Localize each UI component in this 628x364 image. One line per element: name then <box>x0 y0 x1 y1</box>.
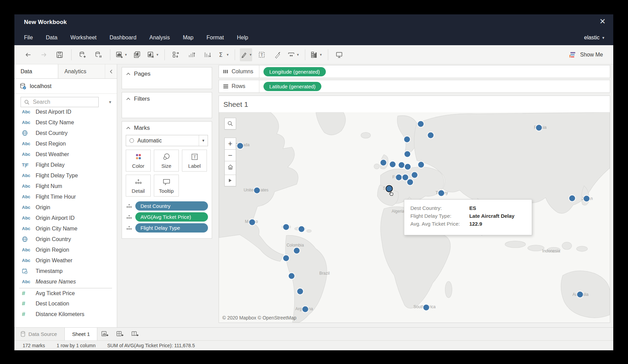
menu-item-file[interactable]: File <box>24 35 33 40</box>
mark-pill[interactable]: Dest Country <box>135 201 208 211</box>
field-item[interactable]: AbcOrigin Airport ID <box>14 213 117 223</box>
map-mark[interactable] <box>297 289 303 294</box>
redo-button[interactable] <box>38 48 50 61</box>
field-item[interactable]: AbcDest Airport ID <box>14 106 117 117</box>
field-item[interactable]: AbcDest Weather <box>14 149 117 160</box>
field-item[interactable]: AbcFlight Time Hour <box>14 191 117 202</box>
show-me-button[interactable]: Show Me <box>569 52 606 58</box>
user-menu[interactable]: elastic ▼ <box>584 35 605 41</box>
new-dashboard-button[interactable] <box>112 328 127 340</box>
presentation-mode-button[interactable] <box>333 48 345 61</box>
tooltip-button[interactable]: Tooltip <box>154 175 179 197</box>
map-mark[interactable] <box>398 162 404 168</box>
field-item[interactable]: AbcOrigin <box>14 202 117 213</box>
field-item[interactable]: #Avg Ticket Price <box>19 288 112 298</box>
map-view[interactable]: CanadaUnited StatesMexicoColombiaBrazilA… <box>219 112 610 323</box>
undo-button[interactable] <box>22 48 34 61</box>
close-icon[interactable]: ✕ <box>600 18 606 25</box>
map-mark[interactable] <box>404 151 410 157</box>
size-button[interactable]: Size <box>154 150 179 172</box>
map-mark[interactable] <box>249 219 255 225</box>
menu-item-map[interactable]: Map <box>183 35 194 40</box>
map-mark[interactable] <box>536 125 542 131</box>
menu-item-help[interactable]: Help <box>237 35 248 40</box>
map-mark[interactable] <box>569 196 575 201</box>
field-item[interactable]: AbcFlight Num <box>14 181 117 191</box>
fit-button[interactable]: ▼ <box>287 48 299 61</box>
map-mark[interactable] <box>303 306 308 312</box>
field-item[interactable]: AbcDest Region <box>14 138 117 149</box>
field-item[interactable]: AbcMeasure Names <box>14 276 117 287</box>
map-mark[interactable] <box>418 121 423 127</box>
columns-shelf[interactable]: Columns Longitude (generated) <box>219 65 610 78</box>
map-mark[interactable] <box>411 172 417 178</box>
map-mark[interactable] <box>423 304 429 310</box>
tab-sheet-1[interactable]: Sheet 1 <box>64 328 97 340</box>
field-item[interactable]: AbcOrigin Region <box>14 244 117 255</box>
field-item[interactable]: #Distance Kilometers <box>14 309 117 319</box>
menu-item-worksheet[interactable]: Worksheet <box>71 35 97 40</box>
map-mark[interactable] <box>439 190 444 196</box>
show-mark-labels-button[interactable]: T <box>256 48 268 61</box>
field-item[interactable]: AbcFlight Delay Type <box>14 170 117 181</box>
data-connection[interactable]: localhost <box>14 79 117 94</box>
format-button[interactable] <box>271 48 284 61</box>
map-mark[interactable] <box>577 291 583 297</box>
map-mark[interactable] <box>294 248 300 254</box>
show-hide-cards-button[interactable]: ▼ <box>310 48 322 61</box>
mark-pill[interactable]: Flight Delay Type <box>135 223 208 233</box>
new-worksheet-button[interactable]: ▼ <box>115 48 127 61</box>
zoom-in-button[interactable]: + <box>224 138 236 149</box>
search-options-caret[interactable]: ▼ <box>108 100 112 104</box>
tab-analytics[interactable]: Analytics <box>58 64 105 78</box>
map-mark[interactable] <box>404 137 410 142</box>
new-story-button[interactable] <box>127 328 143 340</box>
map-mark[interactable] <box>237 143 243 149</box>
color-button[interactable]: Color <box>126 150 151 172</box>
pages-card[interactable]: Pages <box>122 67 212 89</box>
zoom-home-button[interactable] <box>224 161 236 173</box>
columns-pill[interactable]: Longitude (generated) <box>263 67 326 76</box>
field-item[interactable]: Dest Country <box>14 128 117 138</box>
map-mark[interactable] <box>403 175 408 180</box>
map-mark[interactable] <box>405 164 411 170</box>
sort-ascending-button[interactable] <box>185 48 198 61</box>
map-search-button[interactable] <box>224 118 236 129</box>
label-button[interactable]: TLabel <box>182 150 207 172</box>
pause-data-updates-button[interactable] <box>92 48 104 61</box>
detail-button[interactable]: Detail <box>126 175 151 197</box>
field-item[interactable]: Timestamp <box>14 266 117 276</box>
rows-pill[interactable]: Latitude (generated) <box>263 82 321 91</box>
mark-pill[interactable]: AVG(Avg Ticket Price) <box>135 212 208 222</box>
new-worksheet-button[interactable] <box>97 328 112 340</box>
field-item[interactable]: AbcOrigin City Name <box>14 223 117 234</box>
tab-data-source[interactable]: Data Source <box>14 328 64 340</box>
search-input[interactable]: Search <box>21 97 99 107</box>
map-mark[interactable] <box>381 160 386 166</box>
field-item[interactable]: #Dest Location <box>14 298 117 309</box>
field-item[interactable]: T|FFlight Delay <box>14 160 117 170</box>
mark-type-select[interactable]: Automatic ▼ <box>126 135 208 146</box>
clear-sheet-button[interactable]: ▼ <box>147 48 159 61</box>
mark-type-caret[interactable]: ▼ <box>199 135 208 146</box>
map-mark[interactable] <box>390 161 395 167</box>
save-button[interactable] <box>53 48 66 61</box>
tab-data[interactable]: Data <box>14 64 58 78</box>
field-item[interactable]: Origin Country <box>14 234 117 244</box>
totals-button[interactable]: Σ▼ <box>217 48 229 61</box>
map-mark[interactable] <box>289 273 295 279</box>
menu-item-data[interactable]: Data <box>46 35 58 40</box>
menu-item-analysis[interactable]: Analysis <box>149 35 170 40</box>
map-mark[interactable] <box>254 188 260 193</box>
duplicate-sheet-button[interactable] <box>131 48 143 61</box>
new-data-source-button[interactable] <box>76 48 89 61</box>
map-mark[interactable] <box>396 174 402 180</box>
zoom-out-button[interactable]: − <box>224 149 236 161</box>
field-item[interactable]: AbcDest City Name <box>14 117 117 128</box>
field-item[interactable]: AbcOrigin Weather <box>14 255 117 266</box>
menu-item-dashboard[interactable]: Dashboard <box>110 35 136 40</box>
map-mark[interactable] <box>298 226 304 232</box>
map-mark[interactable] <box>428 132 434 138</box>
swap-rows-columns-button[interactable] <box>170 48 182 61</box>
map-mark[interactable] <box>418 162 424 167</box>
